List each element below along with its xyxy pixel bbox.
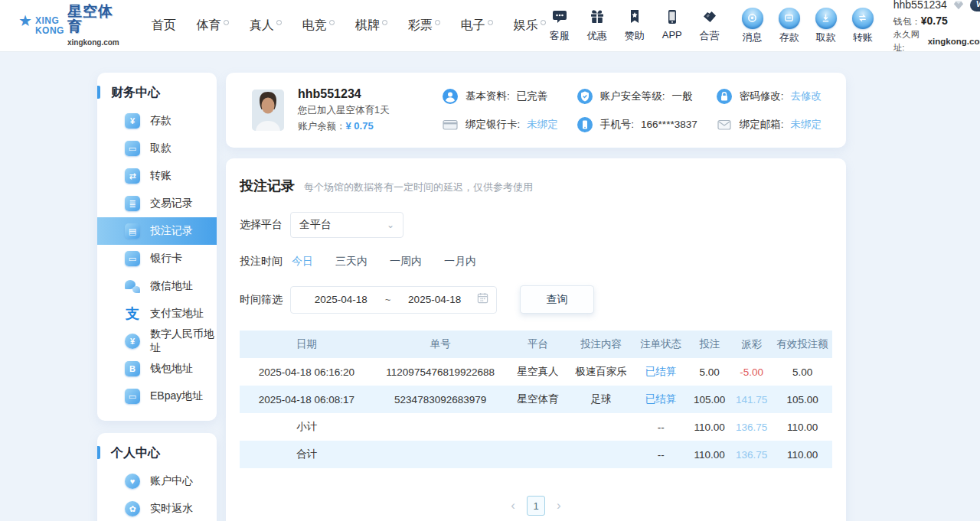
date-filter-label: 时间筛选 [240, 293, 289, 307]
sidebar: 财务中心 ¥存款▭取款⇄转账≣交易记录▤投注记录▭银行卡微信地址支支付宝地址¥数… [97, 73, 217, 521]
nav-item-6[interactable]: 电子 [461, 18, 493, 34]
quick-links: 客服优惠赞助APP合营 [546, 9, 724, 43]
time-option-三天内[interactable]: 三天内 [335, 255, 368, 269]
nav-item-2[interactable]: 真人 [250, 18, 282, 34]
info-value: 已完善 [517, 90, 548, 103]
nav-item-0[interactable]: 首页 [152, 18, 176, 34]
main-nav: 首页体育真人电竞棋牌彩票电子娱乐 [152, 18, 546, 34]
quick-link-1[interactable]: 优惠 [583, 9, 611, 43]
table-cell: 110.00 [688, 449, 730, 461]
sidebar-item-微信地址[interactable]: 微信地址 [97, 272, 217, 300]
table-cell: 2025-04-18 06:08:17 [240, 394, 374, 405]
profile-info-row: 绑定邮箱:未绑定 [716, 116, 822, 133]
table-cell: 110.00 [773, 449, 832, 461]
wallet-amount: ¥0.75 [921, 15, 948, 27]
phone-icon [665, 9, 680, 28]
sidebar-item-银行卡[interactable]: ▭银行卡 [97, 245, 217, 272]
nav-item-label: 娱乐 [514, 18, 538, 31]
site-logo[interactable]: ★ XINGKONG 星空体育 xingkong.com [18, 4, 119, 48]
sidebar-item-支付宝地址[interactable]: 支支付宝地址 [97, 300, 217, 327]
dropdown-circle-icon [224, 20, 229, 25]
balance-amount: ¥ 0.75 [346, 120, 374, 132]
nav-item-3[interactable]: 电竞 [302, 18, 335, 34]
status-cell: 已结算 [633, 392, 688, 406]
withdraw-icon: ▭ [125, 141, 140, 156]
orb-link-2[interactable]: 取款 [812, 8, 840, 44]
profile-info-row: 基本资料:已完善 [442, 88, 558, 105]
dropdown-circle-icon [276, 20, 282, 25]
table-cell: 小计 [240, 420, 374, 434]
column-header: 日期 [240, 337, 374, 351]
transfer-orb-icon [852, 8, 874, 29]
orb-link-label: 存款 [779, 31, 799, 44]
time-option-今日[interactable]: 今日 [292, 255, 313, 269]
logo-brand-name: 星空体育 [67, 3, 113, 34]
orb-link-label: 转账 [853, 31, 873, 44]
quick-link-0[interactable]: 客服 [546, 9, 573, 43]
table-cell: 110.00 [688, 422, 730, 433]
orb-link-label: 消息 [743, 31, 763, 44]
time-option-一月内[interactable]: 一月内 [444, 255, 476, 269]
phone-circle-icon [577, 116, 593, 133]
sidebar-item-数字人民币地址[interactable]: ¥数字人民币地址 [97, 327, 217, 355]
table-cell: 星空真人 [508, 365, 569, 379]
nav-item-7[interactable]: 娱乐 [514, 18, 546, 34]
sidebar-item-实时返水[interactable]: ✿实时返水 [97, 495, 217, 521]
date-to-value[interactable]: 2025-04-18 [392, 294, 477, 305]
digital-yuan-icon: ¥ [125, 334, 140, 349]
platform-select[interactable]: 全平台 ⌄ [290, 212, 403, 238]
topbar: ★ XINGKONG 星空体育 xingkong.com 首页体育真人电竞棋牌彩… [0, 0, 980, 52]
nav-item-5[interactable]: 彩票 [408, 18, 440, 34]
sidebar-item-取款[interactable]: ▭取款 [97, 135, 217, 162]
profile-balance: 账户余额：¥ 0.75 [298, 120, 442, 133]
gift-icon [590, 9, 605, 28]
wallet-line: 钱包：¥0.75 [893, 13, 980, 28]
sidebar-item-label: 转账 [150, 169, 172, 183]
page-number-button[interactable]: 1 [527, 496, 545, 516]
orb-link-3[interactable]: 转账 [849, 8, 877, 44]
column-header: 派彩 [730, 337, 773, 351]
table-row: 小计--110.00136.75110.00 [240, 413, 832, 441]
date-range-picker[interactable]: 2025-04-18 ~ 2025-04-18 [290, 286, 497, 314]
lock-circle-icon [716, 88, 733, 105]
quick-link-4[interactable]: 合营 [696, 9, 724, 43]
prev-page-button[interactable]: ‹ [511, 498, 515, 513]
mail-icon [716, 116, 733, 133]
table-row: 合计--110.00136.75110.00 [240, 441, 832, 468]
sidebar-item-EBpay地址[interactable]: ▭EBpay地址 [97, 383, 217, 410]
sidebar-item-交易记录[interactable]: ≣交易记录 [97, 190, 217, 217]
title-accent-bar [97, 86, 100, 99]
orb-link-1[interactable]: 存款 [776, 8, 803, 44]
bet-records-card: 投注记录 每个场馆的数据将有一定时间的延迟，仅供参考使用 选择平台 全平台 ⌄ … [226, 158, 846, 521]
profile-card: hhb551234 您已加入星空体育1天 账户余额：¥ 0.75 基本资料:已完… [226, 73, 846, 148]
bank-card-icon: ▭ [125, 251, 140, 266]
nav-item-4[interactable]: 棋牌 [355, 18, 387, 34]
dropdown-circle-icon [435, 20, 440, 25]
sidebar-item-label: 微信地址 [150, 279, 193, 293]
status-cell: 已结算 [633, 365, 688, 379]
nav-item-1[interactable]: 体育 [197, 18, 229, 34]
info-value-link[interactable]: 未绑定 [527, 118, 558, 132]
personal-items: ♥账户中心✿实时返水 [97, 467, 217, 521]
date-from-value[interactable]: 2025-04-18 [299, 294, 384, 305]
sidebar-item-账户中心[interactable]: ♥账户中心 [97, 467, 217, 495]
sidebar-item-存款[interactable]: ¥存款 [97, 107, 217, 135]
sidebar-item-钱包地址[interactable]: B钱包地址 [97, 355, 217, 383]
sidebar-item-label: EBpay地址 [150, 389, 203, 403]
time-option-一周内[interactable]: 一周内 [390, 255, 422, 269]
next-page-button[interactable]: › [557, 498, 561, 513]
quick-link-2[interactable]: 赞助 [621, 9, 648, 43]
info-value-link[interactable]: 去修改 [791, 90, 822, 103]
info-value-link[interactable]: 未绑定 [791, 118, 822, 132]
vip-gem-icon [950, 0, 967, 11]
quick-link-label: APP [662, 29, 682, 41]
orb-link-0[interactable]: 消息 [739, 8, 766, 44]
quick-link-3[interactable]: APP [658, 9, 686, 43]
table-cell: -5.00 [730, 366, 773, 378]
profile-avatar [252, 90, 284, 131]
query-button[interactable]: 查询 [520, 285, 594, 314]
sidebar-item-投注记录[interactable]: ▤投注记录 [97, 217, 217, 245]
chevron-down-icon: ⌄ [387, 220, 394, 230]
deposit-orb-icon [779, 8, 800, 29]
sidebar-item-转账[interactable]: ⇄转账 [97, 162, 217, 190]
